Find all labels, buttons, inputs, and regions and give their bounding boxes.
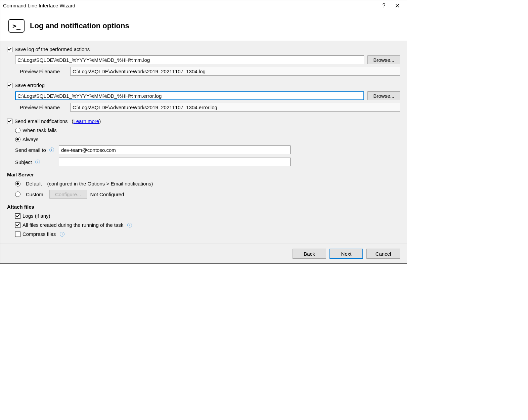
learn-more-wrap: (Learn more): [72, 118, 101, 124]
send-to-label: Send email to i: [15, 147, 55, 153]
info-icon[interactable]: i: [127, 223, 132, 227]
errorlog-path-input[interactable]: [15, 91, 364, 100]
errorlog-preview-label: Preview Filename: [20, 104, 67, 110]
attach-heading: Attach files: [7, 204, 400, 210]
mailserver-custom-radio[interactable]: [15, 192, 20, 197]
save-errorlog-label[interactable]: Save errorlog: [14, 82, 45, 88]
log-preview-value: C:\Logs\SQLDE\AdventureWorks2019_2021110…: [70, 67, 400, 76]
mail-server-heading: Mail Server: [7, 172, 400, 177]
log-path-input[interactable]: [15, 55, 364, 64]
info-icon[interactable]: i: [49, 148, 54, 152]
footer: Back Next Cancel: [0, 244, 407, 263]
mailserver-default-note: (configured in the Options > Email notif…: [47, 181, 153, 186]
mailserver-default-radio[interactable]: [15, 181, 20, 186]
learn-more-link[interactable]: Learn more: [73, 118, 99, 124]
content-area: Save log of the performed actions Browse…: [0, 41, 407, 244]
info-icon[interactable]: i: [35, 160, 40, 164]
send-to-input[interactable]: [59, 145, 291, 154]
close-button[interactable]: [391, 1, 404, 10]
when-fails-label[interactable]: When task fails: [23, 127, 57, 133]
log-preview-label: Preview Filename: [20, 69, 67, 74]
next-button[interactable]: Next: [329, 249, 363, 259]
errorlog-preview-value: C:\Logs\SQLDE\AdventureWorks2019_2021110…: [70, 103, 400, 112]
wizard-window: Command Line Interface Wizard ? >_ Log a…: [0, 0, 407, 264]
save-errorlog-section: Save errorlog Browse... Preview Filename…: [7, 82, 400, 112]
titlebar: Command Line Interface Wizard ?: [0, 0, 407, 11]
close-icon: [395, 4, 399, 8]
mailserver-custom-label[interactable]: Custom: [26, 192, 46, 197]
subject-label: Subject i: [15, 159, 55, 165]
save-log-checkbox[interactable]: [7, 47, 12, 52]
errorlog-browse-button[interactable]: Browse...: [367, 91, 400, 100]
attach-allfiles-label[interactable]: All files created during the running of …: [23, 222, 123, 228]
save-log-section: Save log of the performed actions Browse…: [7, 46, 400, 76]
send-email-checkbox[interactable]: [7, 119, 12, 124]
email-section: Send email notifications (Learn more) Wh…: [7, 118, 400, 237]
attach-allfiles-checkbox[interactable]: [15, 222, 20, 228]
save-errorlog-checkbox[interactable]: [7, 83, 12, 88]
info-icon[interactable]: i: [60, 232, 64, 237]
mailserver-custom-status: Not Configured: [90, 192, 124, 197]
send-email-label[interactable]: Send email notifications: [14, 118, 68, 124]
always-label[interactable]: Always: [23, 136, 39, 142]
always-radio[interactable]: [15, 137, 20, 142]
configure-button: Configure...: [49, 190, 87, 199]
mailserver-default-label[interactable]: Default: [26, 181, 42, 186]
terminal-icon: >_: [8, 19, 25, 33]
when-fails-radio[interactable]: [15, 128, 20, 133]
save-log-label[interactable]: Save log of the performed actions: [14, 46, 90, 52]
page-header: >_ Log and notification options: [0, 11, 407, 41]
window-title: Command Line Interface Wizard: [3, 3, 377, 8]
back-button[interactable]: Back: [293, 249, 326, 259]
help-button[interactable]: ?: [377, 1, 391, 10]
attach-logs-checkbox[interactable]: [15, 213, 20, 219]
page-title: Log and notification options: [30, 22, 129, 30]
compress-label[interactable]: Compress files: [23, 231, 56, 237]
cancel-button[interactable]: Cancel: [366, 249, 400, 259]
compress-checkbox[interactable]: [15, 232, 20, 237]
subject-input[interactable]: [59, 158, 291, 166]
attach-logs-label[interactable]: Logs (if any): [23, 213, 50, 219]
log-browse-button[interactable]: Browse...: [367, 55, 400, 64]
